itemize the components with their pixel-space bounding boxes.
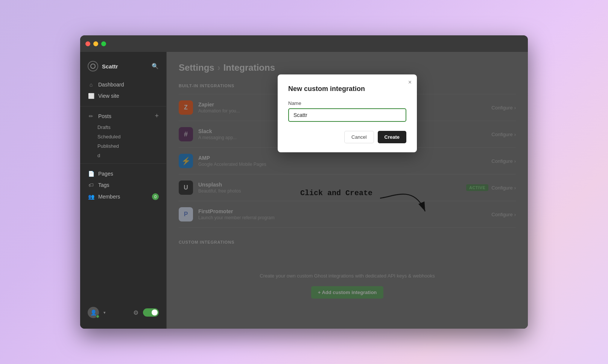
posts-submenu: Drafts Scheduled Published d <box>80 123 166 160</box>
avatar-status-dot <box>96 315 99 318</box>
sidebar-item-d[interactable]: d <box>97 151 166 160</box>
modal-title: New custom integration <box>288 85 406 93</box>
tags-label: Tags <box>98 182 159 188</box>
search-button[interactable]: 🔍 <box>152 63 159 70</box>
close-button[interactable] <box>85 41 90 46</box>
drafts-label: Drafts <box>97 124 111 130</box>
sidebar-item-label: Dashboard <box>98 82 159 88</box>
sidebar: Scattr 🔍 ⌂ Dashboard ⬜ View site ✏ Posts <box>80 52 167 329</box>
main-content: Settings › Integrations BUILT-IN INTEGRA… <box>167 52 528 329</box>
sidebar-item-published[interactable]: Published <box>97 141 166 151</box>
user-avatar-wrap[interactable]: 👤 <box>88 307 99 318</box>
sidebar-item-scheduled[interactable]: Scheduled <box>97 132 166 141</box>
app-body: Scattr 🔍 ⌂ Dashboard ⬜ View site ✏ Posts <box>80 52 528 329</box>
sidebar-item-drafts[interactable]: Drafts <box>97 123 166 132</box>
modal-container: × New custom integration Name Cancel Cre… <box>278 74 417 152</box>
settings-icon[interactable]: ⚙ <box>133 309 138 316</box>
annotation: Click and Create <box>300 189 372 197</box>
tags-icon: 🏷 <box>88 182 94 188</box>
user-chevron-icon: ▾ <box>103 310 106 315</box>
cancel-button[interactable]: Cancel <box>344 131 374 143</box>
sidebar-item-posts[interactable]: ✏ Posts + <box>80 109 166 123</box>
posts-icon: ✏ <box>88 113 94 119</box>
sidebar-item-members[interactable]: 👥 Members 0 <box>80 191 166 203</box>
brand-logo <box>88 61 98 71</box>
pages-icon: 📄 <box>88 171 94 177</box>
sidebar-divider-2 <box>80 163 166 164</box>
sidebar-nav-bottom: 📄 Pages 🏷 Tags 👥 Members 0 <box>80 167 166 204</box>
scheduled-label: Scheduled <box>97 134 120 140</box>
theme-toggle[interactable] <box>143 308 159 317</box>
annotation-text: Click and Create <box>300 189 372 197</box>
posts-label: Posts <box>98 113 151 119</box>
view-site-icon: ⬜ <box>88 93 94 99</box>
pages-label: Pages <box>98 171 159 177</box>
sidebar-item-pages[interactable]: 📄 Pages <box>80 168 166 179</box>
create-button[interactable]: Create <box>378 131 406 143</box>
modal-actions: Cancel Create <box>288 131 406 143</box>
sidebar-item-view-site[interactable]: ⬜ View site <box>80 90 166 102</box>
titlebar <box>80 35 528 52</box>
minimize-button[interactable] <box>93 41 98 46</box>
members-badge: 0 <box>152 193 159 200</box>
traffic-lights <box>85 41 106 46</box>
sidebar-header: Scattr 🔍 <box>80 58 166 77</box>
sidebar-divider <box>80 106 166 106</box>
brand-name: Scattr <box>102 63 118 70</box>
members-icon: 👥 <box>88 194 94 200</box>
new-integration-modal: × New custom integration Name Cancel Cre… <box>278 74 417 152</box>
modal-overlay: × New custom integration Name Cancel Cre… <box>167 52 528 329</box>
sidebar-footer: 👤 ▾ ⚙ <box>80 302 166 323</box>
name-field-label: Name <box>288 100 406 106</box>
d-label: d <box>97 153 100 158</box>
app-window: Scattr 🔍 ⌂ Dashboard ⬜ View site ✏ Posts <box>80 35 528 329</box>
sidebar-item-dashboard[interactable]: ⌂ Dashboard <box>80 79 166 90</box>
dashboard-icon: ⌂ <box>88 82 94 88</box>
sidebar-nav-top: ⌂ Dashboard ⬜ View site <box>80 77 166 103</box>
modal-close-button[interactable]: × <box>408 79 412 86</box>
sidebar-brand[interactable]: Scattr <box>88 61 118 71</box>
published-label: Published <box>97 143 119 149</box>
members-label: Members <box>98 194 148 200</box>
sidebar-item-label: View site <box>98 93 159 99</box>
integration-name-input[interactable] <box>288 108 406 122</box>
fullscreen-button[interactable] <box>101 41 106 46</box>
sidebar-item-tags[interactable]: 🏷 Tags <box>80 179 166 191</box>
annotation-arrow <box>380 193 433 226</box>
add-post-button[interactable]: + <box>155 112 159 120</box>
